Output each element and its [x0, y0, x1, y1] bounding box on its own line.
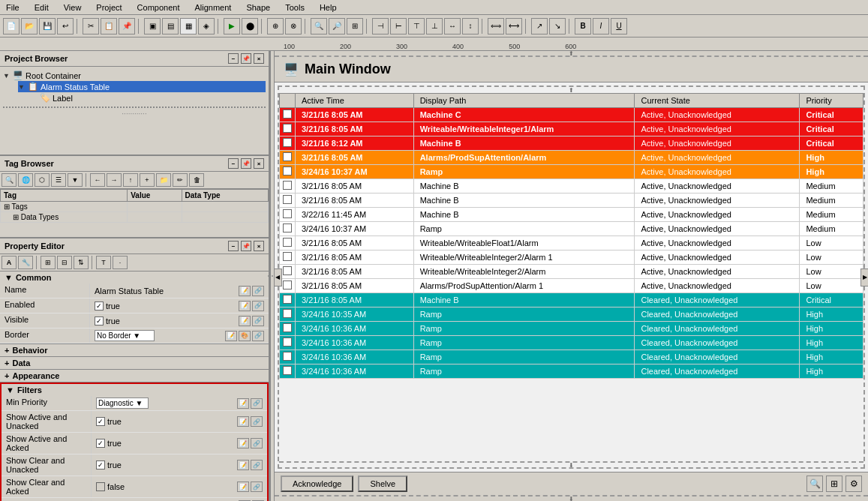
alarm-checkbox-3[interactable] [283, 152, 292, 161]
alarm-checkbox-7[interactable] [283, 209, 292, 218]
menu-project[interactable]: Project [93, 2, 125, 13]
toolbar-size1[interactable]: ↗ [531, 18, 548, 34]
alarm-checkbox-0[interactable] [283, 110, 292, 118]
alarm-row-7[interactable]: 3/22/16 11:45 AMMachine BActive, Unackno… [280, 208, 863, 222]
pe-active-acked-edit-btn[interactable]: 📝 [237, 438, 249, 448]
menu-tools[interactable]: Tools [282, 2, 308, 13]
pe-border-color-btn[interactable]: 🎨 [239, 331, 251, 341]
toolbar-zoom-out[interactable]: 🔎 [329, 18, 345, 34]
pe-show-active-unacked-checkbox[interactable]: ✓ [96, 417, 105, 426]
tag-globe-btn[interactable]: 🌐 [18, 173, 33, 187]
tag-list-btn[interactable]: ☰ [51, 173, 66, 187]
alarm-row-6[interactable]: 3/21/16 8:05 AMMachine BActive, Unacknow… [280, 194, 863, 208]
pe-section-data-header[interactable]: + Data [0, 357, 269, 369]
pe-minimize[interactable]: − [228, 241, 239, 251]
toolbar-align5[interactable]: ↔ [444, 18, 461, 34]
tag-search-btn[interactable]: 🔍 [2, 173, 17, 187]
pe-visible-checkbox[interactable]: ✓ [95, 316, 104, 326]
tag-delete-btn[interactable]: 🗑 [189, 173, 204, 187]
pe-visible-edit-btn[interactable]: 📝 [239, 316, 251, 326]
pe-show-clear-acked-checkbox[interactable] [96, 482, 105, 491]
toolbar-btn3[interactable]: ▣ [144, 18, 161, 34]
tag-up-btn[interactable]: ↑ [123, 173, 138, 187]
pe-active-unacked-edit-btn[interactable]: 📝 [237, 416, 249, 427]
toolbar-align3[interactable]: ⊤ [408, 18, 425, 34]
alarm-row-16[interactable]: 3/24/16 10:36 AMRampCleared, Unacknowled… [280, 336, 863, 350]
toolbar-play[interactable]: ▶ [224, 18, 240, 34]
pe-section-appearance-header[interactable]: + Appearance [0, 370, 269, 382]
tag-browser-pin[interactable]: 📌 [241, 158, 251, 169]
alarm-row-0[interactable]: 3/21/16 8:05 AMMachine CActive, Unacknow… [280, 108, 863, 122]
alarm-checkbox-18[interactable] [283, 366, 292, 375]
alarm-row-13[interactable]: 3/21/16 8:05 AMMachine BCleared, Unackno… [280, 293, 863, 308]
alarm-top-resize[interactable]: ⬆ [279, 87, 863, 93]
shelve-button[interactable]: Shelve [358, 476, 407, 492]
alarm-bottom-resize[interactable]: ⬇ [279, 461, 863, 467]
toolbar-btn5[interactable]: ▦ [180, 18, 197, 34]
pe-section-behavior-header[interactable]: + Behavior [0, 344, 269, 356]
alarm-row-14[interactable]: 3/24/16 10:35 AMRampCleared, Unacknowled… [280, 308, 863, 322]
alarm-row-18[interactable]: 3/24/16 10:36 AMRampCleared, Unacknowled… [280, 364, 863, 379]
project-browser-close[interactable]: × [254, 53, 264, 64]
pe-clear-unacked-link-btn[interactable]: 🔗 [251, 460, 263, 470]
tag-expand-btn[interactable]: ⬡ [35, 173, 50, 187]
alarm-row-2[interactable]: 3/21/16 8:12 AMMachine BActive, Unacknow… [280, 136, 863, 151]
pe-btn-e[interactable]: ⇅ [74, 256, 89, 269]
alarm-checkbox-9[interactable] [283, 238, 292, 247]
th-current-state[interactable]: Current State [635, 94, 800, 108]
toolbar-dist1[interactable]: ⟺ [488, 18, 504, 34]
toolbar-run[interactable]: ⬤ [242, 18, 258, 34]
alarm-row-12[interactable]: 3/21/16 8:05 AMAlarms/ProdSupAttention/A… [280, 279, 863, 293]
pe-enabled-link-btn[interactable]: 🔗 [252, 301, 264, 311]
alarm-row-10[interactable]: 3/21/16 8:05 AMWriteable/WriteableIntege… [280, 250, 863, 265]
alarm-checkbox-13[interactable] [283, 295, 292, 304]
alarm-checkbox-17[interactable] [283, 352, 292, 361]
right-expand-arrow[interactable]: ▶ [860, 268, 868, 286]
tag-folder-btn[interactable]: 📁 [156, 173, 171, 187]
toolbar-copy[interactable]: 📋 [101, 18, 117, 34]
toolbar-save[interactable]: 💾 [39, 18, 56, 34]
toolbar-paste[interactable]: 📌 [119, 18, 135, 34]
alarm-row-3[interactable]: 3/21/16 8:05 AMAlarms/ProdSupAttention/A… [280, 151, 863, 165]
pe-name-edit-btn[interactable]: 📝 [239, 286, 251, 296]
pe-btn-g[interactable]: · [113, 256, 128, 269]
pe-pin[interactable]: 📌 [241, 241, 251, 251]
toolbar-bold[interactable]: B [575, 18, 591, 34]
tag-forward-btn[interactable]: → [107, 173, 122, 187]
alarm-table-wrap[interactable]: Active Time Display Path Current State P… [279, 93, 863, 461]
menu-file[interactable]: File [3, 2, 23, 13]
pe-visible-link-btn[interactable]: 🔗 [252, 316, 264, 326]
tree-item-root[interactable]: ▼ 🖥️ Root Container [3, 70, 266, 81]
left-expand-arrow[interactable]: ◀ [275, 268, 282, 286]
tag-row-tags[interactable]: ⊞ Tags [1, 202, 269, 212]
alarm-checkbox-1[interactable] [283, 124, 292, 133]
pe-active-acked-link-btn[interactable]: 🔗 [251, 438, 263, 448]
alarm-checkbox-2[interactable] [283, 138, 292, 147]
footer-grid-btn[interactable]: ⊞ [826, 476, 842, 492]
alarm-checkbox-4[interactable] [283, 166, 292, 176]
toolbar-align4[interactable]: ⊥ [426, 18, 443, 34]
toolbar-btn7[interactable]: ⊕ [267, 18, 284, 34]
alarm-checkbox-12[interactable] [283, 280, 292, 290]
alarm-checkbox-15[interactable] [283, 323, 292, 332]
tag-add-btn[interactable]: + [140, 173, 155, 187]
alarm-checkbox-11[interactable] [283, 266, 292, 275]
project-browser-pin[interactable]: 📌 [241, 53, 251, 64]
pe-border-link-btn[interactable]: 🔗 [252, 331, 264, 341]
pe-min-priority-link-btn[interactable]: 🔗 [251, 398, 263, 409]
pe-clear-unacked-edit-btn[interactable]: 📝 [237, 460, 249, 470]
pe-btn-d[interactable]: ⊟ [57, 256, 72, 269]
toolbar-align2[interactable]: ⊢ [390, 18, 407, 34]
pe-btn-c[interactable]: ⊞ [41, 256, 56, 269]
tree-item-label[interactable]: 🏷️ Label [30, 92, 266, 104]
pe-close[interactable]: × [254, 241, 264, 251]
th-priority[interactable]: Priority [800, 94, 863, 108]
pe-enabled-checkbox[interactable]: ✓ [95, 302, 104, 310]
alarm-row-5[interactable]: 3/21/16 8:05 AMMachine BActive, Unacknow… [280, 179, 863, 194]
tag-dropdown-btn[interactable]: ▼ [68, 173, 83, 187]
menu-edit[interactable]: Edit [32, 2, 52, 13]
alarm-row-15[interactable]: 3/24/16 10:36 AMRampCleared, Unacknowled… [280, 322, 863, 336]
toolbar-btn4[interactable]: ▤ [162, 18, 179, 34]
pe-border-edit-btn[interactable]: 📝 [225, 331, 237, 341]
pe-clear-acked-edit-btn[interactable]: 📝 [237, 482, 249, 492]
